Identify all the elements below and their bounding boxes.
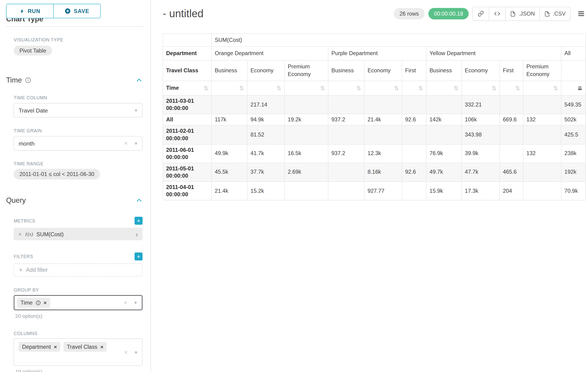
chevron-up-icon[interactable] xyxy=(136,77,142,84)
export-button-group: .JSON .CSV xyxy=(473,7,571,21)
export-csv-button[interactable]: .CSV xyxy=(539,7,571,21)
clear-icon[interactable]: × xyxy=(124,349,128,356)
sort-icon[interactable]: ⇅ xyxy=(553,85,558,91)
value-cell xyxy=(328,181,364,201)
department-group-header: Orange Department xyxy=(211,46,328,60)
sort-icon[interactable]: ⇅ xyxy=(204,85,209,91)
column-sort-cell: ⇅ xyxy=(523,81,561,95)
chevron-down-icon: ▾ xyxy=(135,350,137,355)
travel-class-header: Economy xyxy=(364,60,402,81)
columns-chip[interactable]: Travel Class × xyxy=(63,342,107,352)
run-button[interactable]: RUN xyxy=(7,4,53,18)
travel-class-header: First xyxy=(500,60,523,81)
travel-class-header: Economy xyxy=(462,60,500,81)
value-cell: 669.6 xyxy=(500,114,523,125)
filters-label: FILTERS xyxy=(14,254,33,259)
value-cell: 217.14 xyxy=(247,95,284,114)
value-cell xyxy=(284,181,328,201)
travel-class-header xyxy=(561,60,586,81)
visualization-type-value[interactable]: Pivot Table xyxy=(14,46,52,55)
value-cell xyxy=(500,125,523,144)
value-cell: 2.69k xyxy=(284,163,328,182)
add-metric-button[interactable]: + xyxy=(135,217,142,225)
metric-chip-label: SUM(Cost) xyxy=(36,231,64,237)
value-cell: 81.52 xyxy=(247,125,284,144)
time-section-title: Time xyxy=(6,76,22,85)
department-group-header: All xyxy=(561,46,586,60)
value-cell: 8.16k xyxy=(364,163,402,182)
sort-icon[interactable]: ⇅ xyxy=(320,85,325,91)
explore-page: RUN SAVE Chart Type VISUALIZATION TYPE P… xyxy=(0,0,588,372)
sort-icon[interactable]: ⇅ xyxy=(454,85,459,91)
remove-chip-icon[interactable]: × xyxy=(100,344,104,350)
bolt-icon xyxy=(19,8,25,14)
value-cell xyxy=(523,163,561,182)
time-grain-select[interactable]: month × ▾ xyxy=(14,136,142,150)
travel-class-header: Business xyxy=(426,60,462,81)
time-section-header[interactable]: Time xyxy=(6,76,142,85)
save-button-label: SAVE xyxy=(74,8,89,14)
pivot-corner-cell xyxy=(163,34,211,47)
row-header-cell: 2011-04-01 00:00:00 xyxy=(163,181,211,201)
clear-icon[interactable]: × xyxy=(124,299,127,306)
value-cell: 16.5k xyxy=(284,144,328,163)
columns-select[interactable]: Department × Travel Class × × ▾ xyxy=(14,339,142,366)
copy-link-button[interactable] xyxy=(473,7,489,21)
chart-title[interactable]: - untitled xyxy=(163,8,204,20)
info-icon xyxy=(36,300,41,305)
metrics-label: METRICS xyxy=(14,218,35,223)
travel-class-header: First xyxy=(402,60,426,81)
metric-chip[interactable]: × ƒ(x) SUM(Cost) › xyxy=(14,228,142,240)
remove-chip-icon[interactable]: × xyxy=(54,344,57,350)
row-axis-label: Time xyxy=(166,85,179,92)
sort-icon[interactable]: ⇅ xyxy=(277,85,282,91)
value-cell: 70.9k xyxy=(561,181,586,201)
sort-icon[interactable]: ⇅ xyxy=(356,85,361,91)
group-by-chip[interactable]: Time × xyxy=(17,298,50,308)
sort-icon[interactable]: ⇅ xyxy=(492,85,496,91)
clear-icon[interactable]: × xyxy=(124,140,128,147)
column-sort-cell: ⇅ xyxy=(500,81,523,95)
columns-chip-label: Travel Class xyxy=(67,344,97,350)
column-sort-cell: ⇅ xyxy=(328,81,364,95)
sort-icon[interactable]: ⇅ xyxy=(515,85,520,91)
sort-icon[interactable]: ⇅ xyxy=(239,85,244,91)
row-header-cell: 2011-05-01 00:00:00 xyxy=(163,163,211,182)
time-range-value[interactable]: 2011-01-01 ≤ col < 2011-06-30 xyxy=(14,169,100,180)
info-icon xyxy=(25,77,31,83)
menu-button[interactable] xyxy=(577,10,585,18)
plus-circle-icon xyxy=(65,8,71,14)
columns-options-hint: 19 option(s) xyxy=(15,369,142,372)
value-cell xyxy=(211,95,247,114)
save-button[interactable]: SAVE xyxy=(53,4,100,18)
columns-chip[interactable]: Department × xyxy=(19,342,60,352)
group-by-select[interactable]: Time × × ▾ xyxy=(14,295,142,310)
remove-metric-icon[interactable]: × xyxy=(18,231,22,237)
travel-class-header: Economy xyxy=(247,60,284,81)
query-section-header[interactable]: Query xyxy=(6,196,142,205)
value-cell: 15.9k xyxy=(426,181,462,201)
chevron-up-icon[interactable] xyxy=(136,197,142,204)
filters-label-row: FILTERS + xyxy=(14,253,142,260)
value-cell: 21.4k xyxy=(211,181,247,201)
value-cell xyxy=(426,95,462,114)
add-filter-button[interactable]: + Add filter xyxy=(14,263,142,276)
value-cell: 142k xyxy=(426,114,462,125)
sort-icon[interactable]: ⇅ xyxy=(394,85,399,91)
remove-chip-icon[interactable]: × xyxy=(44,300,47,305)
file-icon xyxy=(544,11,550,17)
value-cell: 15.2k xyxy=(247,181,284,201)
time-column-select[interactable]: Travel Date ▾ xyxy=(14,103,142,117)
export-json-button[interactable]: .JSON xyxy=(505,7,540,21)
row-header-cell: 2011-06-01 00:00:00 xyxy=(163,144,211,163)
row-count-badge: 26 rows xyxy=(394,8,424,19)
add-filter-plus-button[interactable]: + xyxy=(135,253,142,260)
value-cell xyxy=(500,144,523,163)
embed-code-button[interactable] xyxy=(489,7,506,21)
sort-icon[interactable]: ⇅ xyxy=(418,85,423,91)
export-json-label: .JSON xyxy=(518,11,535,17)
column-sort-cell: ⇅ xyxy=(426,81,462,95)
chevron-right-icon[interactable]: › xyxy=(136,230,138,238)
sort-icon[interactable]: ⇊ xyxy=(578,85,582,91)
function-icon: ƒ(x) xyxy=(25,231,33,237)
